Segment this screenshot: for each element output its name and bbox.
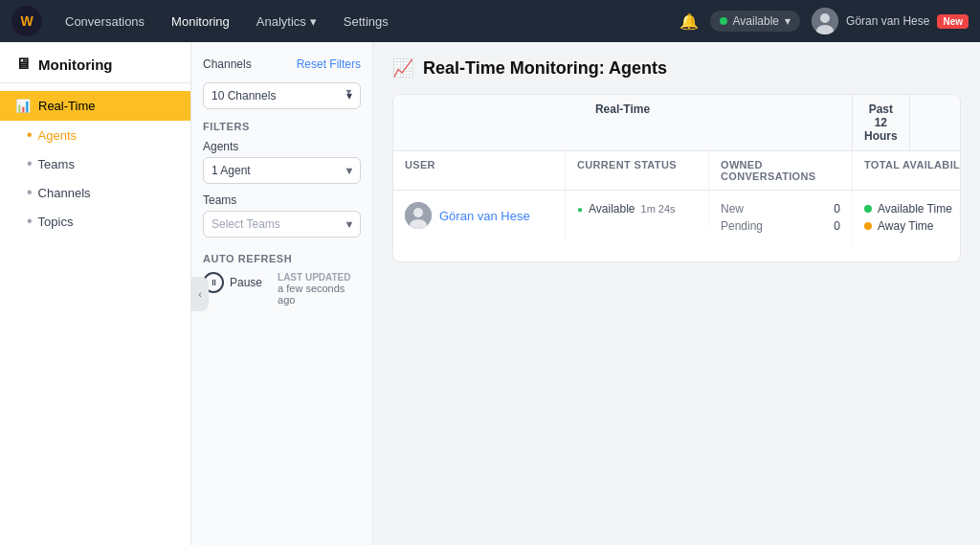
- table-section-header: Real-Time Past 12 Hours: [393, 95, 960, 151]
- agent-cell: Göran van Hese: [393, 191, 566, 240]
- pause-label: Pause: [230, 276, 262, 289]
- sidebar-subnav-channels[interactable]: • Channels: [0, 178, 190, 207]
- pause-button[interactable]: ⏸ Pause: [203, 272, 262, 293]
- bell-icon[interactable]: 🔔: [679, 12, 699, 31]
- user-menu[interactable]: Göran van Hese New: [812, 8, 969, 34]
- nav-left: W Conversations Monitoring Analytics ▾ S…: [11, 6, 400, 36]
- owned-pending-val: 0: [834, 219, 840, 233]
- agents-select-wrap: 1 Agent ▾: [203, 157, 361, 184]
- filters-section-title: FILTERS: [203, 121, 361, 132]
- bullet-icon: •: [27, 126, 33, 144]
- col-owned-conversations: Owned Conversations: [709, 151, 853, 190]
- owned-new-row: New 0: [721, 202, 840, 216]
- table-column-headers: User Current Status Owned Conversations …: [393, 151, 960, 191]
- page-layout: 🖥 Monitoring 📊 Real-Time • Agents • Team…: [0, 42, 980, 545]
- chevron-down-icon: ▾: [310, 14, 317, 29]
- chevron-down-icon: ▾: [785, 14, 791, 28]
- sidebar-collapse-button[interactable]: ‹: [191, 277, 209, 311]
- chart-icon: 📈: [392, 57, 413, 79]
- svg-point-4: [413, 208, 423, 217]
- user-name: Göran van Hese: [846, 14, 929, 28]
- agents-select[interactable]: 1 Agent ▾: [203, 157, 361, 184]
- channels-select[interactable]: 10 Channels ▾: [203, 82, 361, 109]
- agent-name-link[interactable]: Göran van Hese: [439, 209, 530, 223]
- sidebar: 🖥 Monitoring 📊 Real-Time • Agents • Team…: [0, 42, 191, 545]
- bullet-icon: •: [27, 213, 33, 230]
- subnav-label: Teams: [38, 157, 75, 171]
- status-cell: ● Available 1m 24s: [566, 191, 709, 227]
- agents-label: Agents: [203, 140, 361, 153]
- auto-refresh-row: ⏸ Pause LAST UPDATED a few seconds ago: [203, 272, 361, 306]
- svg-point-1: [820, 13, 830, 23]
- sidebar-subnav-agents[interactable]: • Agents: [0, 121, 190, 149]
- teams-select-wrap: Select Teams ▾: [203, 211, 361, 238]
- realtime-section-header: Real-Time: [393, 95, 853, 150]
- col-total-availability: Total Availability: [853, 151, 961, 190]
- subnav-label: Agents: [38, 128, 77, 143]
- monitor-icon: 🖥: [15, 56, 31, 73]
- channels-value: 10 Channels: [212, 89, 276, 102]
- avatar: [812, 8, 838, 34]
- subnav-label: Channels: [38, 186, 91, 200]
- sidebar-subnav-topics[interactable]: • Topics: [0, 207, 190, 236]
- available-dot: [864, 205, 872, 213]
- status-indicator[interactable]: Available ▾: [710, 11, 800, 32]
- bullet-icon: •: [27, 184, 33, 201]
- chevron-down-icon: ▾: [346, 217, 352, 231]
- bullet-icon: •: [27, 155, 33, 172]
- page-title: 📈 Real-Time Monitoring: Agents: [392, 57, 961, 79]
- teams-value: Select Teams: [212, 217, 280, 231]
- agents-value: 1 Agent: [212, 164, 251, 177]
- col-user: User: [393, 151, 566, 190]
- last-updated-value: a few seconds ago: [278, 283, 361, 306]
- util-section-header: [910, 95, 961, 150]
- sidebar-subnav-teams[interactable]: • Teams: [0, 149, 190, 178]
- main-content: 📈 Real-Time Monitoring: Agents Real-Time…: [373, 42, 980, 545]
- nav-monitoring[interactable]: Monitoring: [160, 9, 241, 34]
- sidebar-title: Monitoring: [38, 57, 112, 73]
- away-dot: [864, 222, 872, 230]
- page-title-text: Real-Time Monitoring: Agents: [423, 58, 667, 79]
- owned-new-label: New: [721, 202, 744, 216]
- nav-analytics[interactable]: Analytics ▾: [245, 9, 328, 34]
- status-label: Available: [733, 14, 779, 28]
- teams-label: Teams: [203, 193, 361, 207]
- realtime-icon: 📊: [15, 99, 31, 113]
- last-updated-label: LAST UPDATED: [278, 272, 361, 283]
- owned-conversations-cell: New 0 Pending 0: [709, 191, 853, 244]
- channels-section: Reset Filters Channels 10 Channels ▾: [203, 57, 361, 109]
- last-updated-info: LAST UPDATED a few seconds ago: [278, 272, 361, 306]
- logo: W: [11, 6, 42, 36]
- nav-conversations[interactable]: Conversations: [54, 9, 156, 34]
- owned-pending-label: Pending: [721, 219, 763, 233]
- sidebar-item-label: Real-Time: [38, 99, 95, 113]
- teams-select[interactable]: Select Teams ▾: [203, 211, 361, 238]
- table-row: Göran van Hese ● Available 1m 24s New 0 …: [393, 191, 960, 261]
- subnav-label: Topics: [38, 215, 74, 229]
- agent-avatar: [405, 202, 432, 229]
- status-dot: [720, 17, 727, 25]
- sidebar-header: 🖥 Monitoring: [0, 42, 190, 83]
- avail-time-row: Available Time 57s: [864, 202, 961, 216]
- top-nav: W Conversations Monitoring Analytics ▾ S…: [0, 0, 980, 42]
- availability-cell: Available Time 57s Away Time -: [853, 191, 961, 244]
- new-badge: New: [937, 14, 969, 29]
- chevron-down-icon: ▾: [346, 89, 352, 102]
- status-text: Available: [589, 202, 635, 216]
- past-section-header: Past 12 Hours: [853, 95, 910, 150]
- nav-settings[interactable]: Settings: [332, 9, 400, 34]
- status-time: 1m 24s: [641, 203, 676, 215]
- monitoring-table: Real-Time Past 12 Hours User Current Sta…: [392, 94, 961, 262]
- auto-refresh-label: AUTO REFRESH: [203, 253, 361, 264]
- nav-right: 🔔 Available ▾ Göran van Hese New: [679, 8, 969, 34]
- sidebar-section: 📊 Real-Time • Agents • Teams • Channels …: [0, 83, 190, 243]
- sidebar-item-realtime[interactable]: 📊 Real-Time: [0, 91, 190, 121]
- away-time-row: Away Time -: [864, 219, 961, 233]
- filter-panel: Reset Filters Channels 10 Channels ▾ FIL…: [191, 42, 373, 545]
- reset-filters-link[interactable]: Reset Filters: [297, 57, 361, 71]
- available-label: Available Time: [878, 202, 961, 216]
- owned-pending-row: Pending 0: [721, 219, 840, 233]
- status-dot-icon: ●: [577, 204, 583, 215]
- owned-new-val: 0: [834, 202, 840, 216]
- away-label: Away Time: [878, 219, 961, 233]
